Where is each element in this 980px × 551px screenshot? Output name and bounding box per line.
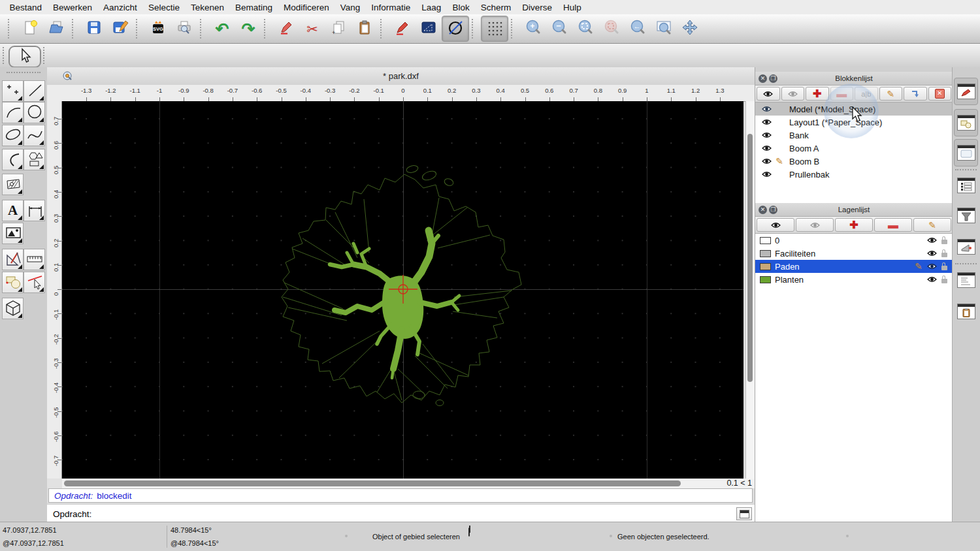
menu-item[interactable]: Scherm [475, 3, 517, 12]
menu-item[interactable]: Hulp [557, 3, 587, 12]
show-all-blocks-button[interactable] [757, 87, 780, 101]
visibility-eye-icon[interactable] [927, 263, 937, 270]
circle-line-toggle-button[interactable] [442, 16, 469, 42]
tool-text[interactable]: A [2, 200, 24, 221]
draw-pencil-button[interactable] [389, 16, 416, 41]
save-button[interactable] [81, 16, 107, 41]
redo-button[interactable]: ↷ [235, 16, 261, 41]
visibility-eye-icon[interactable] [762, 158, 772, 165]
tool-shapes[interactable] [24, 149, 45, 170]
tool-image[interactable] [2, 223, 24, 244]
zoom-auto-button[interactable] [572, 16, 598, 41]
block-row-boom-a[interactable]: Boom A [755, 142, 953, 155]
grid-toggle-button[interactable] [481, 16, 508, 42]
pan-button[interactable] [677, 16, 703, 41]
insert-block-button[interactable] [904, 87, 927, 101]
lock-icon[interactable] [941, 253, 947, 257]
menu-item[interactable]: Blok [447, 3, 475, 12]
menu-item[interactable]: Bewerken [48, 3, 98, 12]
close-icon[interactable]: ✕ [759, 74, 767, 83]
print-preview-button[interactable] [171, 16, 197, 41]
clipboard-panel-toggle[interactable] [954, 298, 978, 325]
selection-tool-button[interactable] [8, 46, 41, 68]
tool-hatch[interactable] [2, 174, 24, 195]
document-tab-title[interactable]: * park.dxf [47, 71, 755, 81]
light-cone-toggle[interactable] [954, 233, 978, 260]
float-panel-icon[interactable]: ❐ [769, 74, 777, 83]
remove-block-button[interactable]: ▬ [830, 87, 854, 101]
layer-color-swatch[interactable] [760, 263, 771, 270]
block-row-prullenbak[interactable]: Prullenbak [755, 168, 953, 181]
hide-all-blocks-button[interactable] [781, 87, 805, 101]
tool-arc[interactable] [2, 102, 24, 123]
visibility-eye-icon[interactable] [762, 106, 772, 112]
undo-button[interactable]: ↶ [209, 16, 235, 41]
layer-row-0[interactable]: 0 [755, 234, 953, 247]
drawing-canvas[interactable] [62, 101, 743, 479]
menu-item[interactable]: Bestand [4, 3, 48, 12]
tool-line[interactable] [24, 80, 45, 102]
command-input[interactable] [95, 507, 736, 521]
close-icon[interactable]: ✕ [759, 206, 767, 214]
layer-color-swatch[interactable] [760, 237, 771, 244]
zoom-previous-button[interactable]: ← [625, 16, 651, 41]
menu-item[interactable]: Tekenen [185, 3, 229, 12]
vertical-scrollbar[interactable] [745, 101, 755, 479]
menu-item[interactable]: Modificeren [278, 3, 335, 12]
tool-measure[interactable] [24, 249, 45, 270]
visibility-eye-icon[interactable] [927, 250, 937, 257]
copy-button[interactable]: + [325, 16, 351, 41]
delete-block-button[interactable]: ✕ [928, 87, 952, 101]
menu-item[interactable]: Informatie [366, 3, 416, 12]
cut-button[interactable]: ✂ [299, 16, 325, 41]
tool-dimension[interactable] [24, 200, 45, 221]
float-panel-icon[interactable]: ❐ [769, 206, 777, 214]
tool-ellipse[interactable] [2, 125, 24, 146]
menu-item[interactable]: Vang [335, 3, 366, 12]
layer-row-faciliteiten[interactable]: Faciliteiten [755, 247, 953, 260]
command-panel-button[interactable] [736, 507, 752, 520]
zoom-selection-button[interactable] [598, 16, 625, 41]
tool-solid[interactable] [2, 298, 24, 319]
block-row-model[interactable]: Model (*Model_Space) [755, 102, 953, 116]
tool-circle[interactable] [24, 102, 45, 123]
ortho-restrict-button[interactable] [416, 16, 442, 41]
vertical-scrollbar-thumb[interactable] [747, 134, 753, 382]
hide-all-layers-button[interactable] [796, 218, 834, 232]
block-row-layout1[interactable]: Layout1 (*Paper_Space) [755, 116, 953, 129]
visibility-eye-icon[interactable] [762, 119, 772, 125]
visibility-eye-icon[interactable] [927, 237, 937, 244]
layer-row-paden[interactable]: Paden ✎ [755, 260, 953, 273]
command-line-toggle[interactable] [954, 266, 978, 294]
remove-layer-button[interactable]: ▬ [874, 218, 912, 232]
tool-modify[interactable] [2, 272, 24, 293]
zoom-out-button[interactable]: − [546, 16, 572, 41]
layer-color-swatch[interactable] [760, 276, 771, 283]
add-layer-button[interactable]: ✚ [835, 218, 873, 232]
menu-item[interactable]: Selectie [142, 3, 185, 12]
visibility-eye-icon[interactable] [762, 132, 772, 138]
new-file-button[interactable] [17, 16, 43, 41]
visibility-eye-icon[interactable] [927, 276, 937, 283]
edit-layer-button[interactable]: ✎ [913, 218, 951, 232]
visibility-eye-icon[interactable] [762, 145, 772, 151]
layer-row-planten[interactable]: Planten [755, 273, 953, 286]
list-panel-toggle[interactable] [954, 172, 978, 199]
tool-spline[interactable] [24, 125, 45, 146]
zoom-window-button[interactable] [651, 16, 677, 41]
block-edit-toggle[interactable] [954, 109, 978, 136]
property-editor-toggle[interactable] [954, 78, 978, 105]
menu-item[interactable]: Diverse [517, 3, 558, 12]
open-file-button[interactable] [43, 16, 69, 41]
visibility-eye-icon[interactable] [762, 171, 772, 178]
add-block-button[interactable]: ✚ [806, 87, 829, 101]
block-row-bank[interactable]: Bank [755, 129, 953, 142]
edit-block-button[interactable]: ✎ [879, 87, 903, 101]
tool-points[interactable] [2, 80, 24, 102]
save-as-button[interactable] [107, 16, 133, 41]
selection-filter-toggle[interactable] [954, 202, 978, 229]
menu-item[interactable]: Laag [416, 3, 447, 12]
show-all-layers-button[interactable] [757, 218, 794, 232]
tool-polyline[interactable] [2, 149, 24, 170]
lock-icon[interactable] [941, 266, 947, 270]
